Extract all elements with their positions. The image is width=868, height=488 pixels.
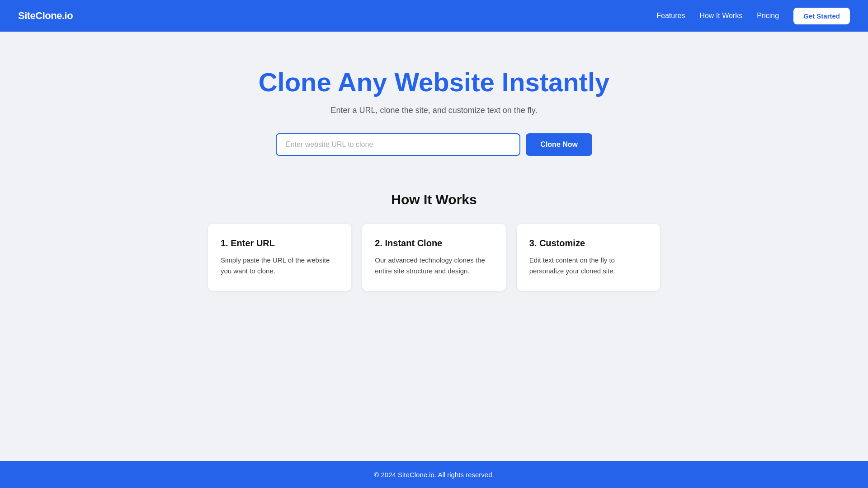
site-logo: SiteClone.io — [18, 10, 73, 22]
how-it-works-title: How It Works — [391, 192, 476, 207]
card-3-title: 3. Customize — [529, 238, 647, 249]
card-enter-url: 1. Enter URL Simply paste the URL of the… — [208, 224, 351, 291]
url-input[interactable] — [276, 133, 520, 156]
get-started-button[interactable]: Get Started — [793, 8, 850, 24]
card-1-description: Simply paste the URL of the website you … — [221, 255, 339, 277]
site-header: SiteClone.io Features How It Works Prici… — [0, 0, 868, 32]
card-instant-clone: 2. Instant Clone Our advanced technology… — [362, 224, 505, 291]
footer-text: © 2024 SiteClone.io. All rights reserved… — [374, 471, 494, 479]
how-it-works-section: How It Works 1. Enter URL Simply paste t… — [208, 192, 660, 291]
nav-pricing[interactable]: Pricing — [757, 12, 779, 20]
card-3-description: Edit text content on the fly to personal… — [529, 255, 647, 277]
main-nav: Features How It Works Pricing Get Starte… — [656, 8, 850, 24]
nav-how-it-works[interactable]: How It Works — [699, 12, 742, 20]
hero-title: Clone Any Website Instantly — [259, 68, 610, 97]
clone-now-button[interactable]: Clone Now — [526, 133, 592, 156]
main-content: Clone Any Website Instantly Enter a URL,… — [0, 32, 868, 461]
cards-grid: 1. Enter URL Simply paste the URL of the… — [208, 224, 660, 291]
clone-form: Clone Now — [276, 133, 592, 156]
card-2-title: 2. Instant Clone — [375, 238, 493, 249]
card-2-description: Our advanced technology clones the entir… — [375, 255, 493, 277]
nav-features[interactable]: Features — [656, 12, 685, 20]
site-footer: © 2024 SiteClone.io. All rights reserved… — [0, 461, 868, 488]
card-customize: 3. Customize Edit text content on the fl… — [517, 224, 660, 291]
card-1-title: 1. Enter URL — [221, 238, 339, 249]
hero-subtitle: Enter a URL, clone the site, and customi… — [331, 106, 538, 115]
